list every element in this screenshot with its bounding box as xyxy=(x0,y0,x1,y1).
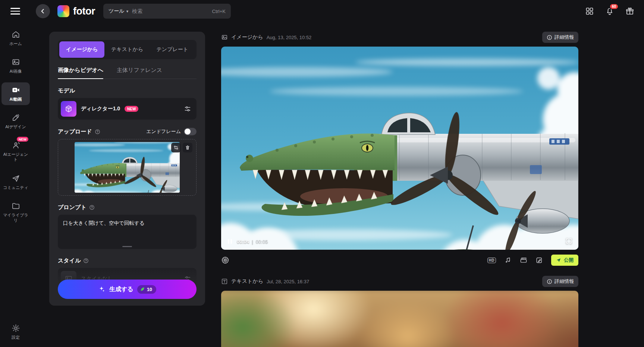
search-shortcut: Ctrl+K xyxy=(212,9,226,14)
model-new-badge: NEW xyxy=(125,106,138,112)
community-icon xyxy=(12,174,20,183)
ai-video-icon xyxy=(12,86,20,94)
sidebar-item-ai-video[interactable]: AI動画 xyxy=(1,82,30,105)
sparkle-icon xyxy=(98,286,106,293)
apps-grid-icon[interactable] xyxy=(585,7,594,16)
sidebar-item-settings[interactable]: 設定 xyxy=(1,321,30,343)
prompt-text: 口を大きく開けて、空中で回転する xyxy=(63,220,145,226)
sidebar-item-ai-agent[interactable]: NEW AIエージェント xyxy=(1,138,30,166)
duration: 00:05 xyxy=(256,239,268,245)
video-frame xyxy=(221,47,578,250)
sidebar-item-label: AIエージェント xyxy=(2,152,29,163)
results-feed: イメージから Aug, 13, 2025, 10:52 詳細情報 xyxy=(221,32,578,347)
fotor-logo-text: fotor xyxy=(73,6,95,17)
end-frame-control: エンドフレーム xyxy=(146,128,197,135)
text-source-icon xyxy=(221,278,228,285)
video-action-bar: HD xyxy=(221,254,578,266)
model-section-label: モデル xyxy=(58,87,75,94)
home-icon xyxy=(12,30,20,39)
prompt-textarea[interactable]: 口を大きく開けて、空中で回転する xyxy=(58,215,197,249)
uploaded-image-thumbnail xyxy=(75,142,180,193)
publish-button[interactable]: 公開 xyxy=(551,255,578,266)
end-frame-toggle[interactable] xyxy=(184,128,197,135)
crop-button[interactable] xyxy=(171,143,181,152)
resize-handle[interactable] xyxy=(122,246,132,247)
model-name: ディレクター1.0 xyxy=(81,105,120,112)
settings-gear-icon xyxy=(12,324,20,332)
credits-chip: 10 xyxy=(137,285,156,294)
sidebar-item-my-library[interactable]: マイライブラリ xyxy=(1,198,30,227)
ai-agent-icon xyxy=(12,141,20,149)
card-source-label: テキストから xyxy=(231,278,263,285)
card-timestamp: Jul, 28, 2025, 16:37 xyxy=(267,279,309,284)
sidebar-item-home[interactable]: ホーム xyxy=(1,27,30,50)
info-icon xyxy=(547,279,552,284)
tab-from-text[interactable]: テキストから xyxy=(104,41,150,58)
effects-icon[interactable] xyxy=(221,256,229,264)
upload-help-icon[interactable] xyxy=(95,129,100,135)
topbar: fotor ツール ▾ Ctrl+K 60 xyxy=(0,0,644,22)
source-tabs: イメージから テキストから テンプレート xyxy=(58,40,197,59)
sidebar-item-label: 設定 xyxy=(12,335,20,340)
credits-count: 10 xyxy=(147,287,152,292)
notifications-bell-icon[interactable]: 60 xyxy=(605,7,614,16)
mode-subtabs: 画像からビデオへ 主体リファレンス xyxy=(58,67,197,79)
model-settings-icon[interactable] xyxy=(184,105,191,113)
result-card: イメージから Aug, 13, 2025, 10:52 詳細情報 xyxy=(221,32,578,266)
gift-icon[interactable] xyxy=(625,7,634,16)
video-player[interactable]: 00:04 | 00:05 xyxy=(221,47,578,250)
sidebar-item-ai-image[interactable]: AI画像 xyxy=(1,54,30,77)
search-bar[interactable]: ツール ▾ Ctrl+K xyxy=(103,4,231,19)
prompt-help-icon[interactable] xyxy=(89,205,95,210)
video-thumbnail[interactable] xyxy=(221,291,578,347)
tab-template[interactable]: テンプレート xyxy=(150,41,195,58)
result-card: テキストから Jul, 28, 2025, 16:37 詳細情報 xyxy=(221,276,578,347)
details-label: 詳細情報 xyxy=(555,34,574,41)
tools-dropdown[interactable]: ツール ▾ xyxy=(109,8,128,15)
generate-label: 生成する xyxy=(109,286,133,293)
fotor-logo[interactable]: fotor xyxy=(57,5,95,17)
details-label: 詳細情報 xyxy=(555,278,574,285)
new-badge: NEW xyxy=(17,137,28,142)
sidebar-item-label: AI画像 xyxy=(10,69,22,74)
clapperboard-icon[interactable] xyxy=(520,256,527,264)
tab-from-image[interactable]: イメージから xyxy=(59,41,104,58)
subtab-image-to-video[interactable]: 画像からビデオへ xyxy=(58,67,103,79)
music-icon[interactable] xyxy=(504,256,512,264)
sidebar-item-community[interactable]: コミュニティ xyxy=(1,171,30,193)
end-frame-label: エンドフレーム xyxy=(146,128,181,135)
edit-video-icon[interactable] xyxy=(535,256,543,264)
library-folder-icon xyxy=(12,202,20,210)
upload-dropzone[interactable] xyxy=(58,139,197,196)
card-timestamp: Aug, 13, 2025, 10:52 xyxy=(267,35,312,40)
ai-image-icon xyxy=(12,58,20,66)
sidebar-item-label: コミュニティ xyxy=(3,185,28,190)
playback-time: 00:04 | 00:05 xyxy=(237,239,268,245)
sidebar-item-ai-design[interactable]: AIデザイン xyxy=(1,110,30,133)
details-button[interactable]: 詳細情報 xyxy=(542,32,578,43)
style-help-icon[interactable] xyxy=(83,258,89,264)
pause-button[interactable] xyxy=(227,239,233,245)
blurred-video-frame xyxy=(221,291,578,347)
fullscreen-button[interactable] xyxy=(565,237,572,245)
paper-plane-icon xyxy=(556,258,561,263)
sidebar-item-label: AI動画 xyxy=(10,97,22,102)
main-content: イメージから テキストから テンプレート 画像からビデオへ 主体リファレンス モ… xyxy=(31,22,644,347)
sidebar-item-label: AIデザイン xyxy=(5,124,26,129)
subtab-subject-reference[interactable]: 主体リファレンス xyxy=(117,67,162,79)
back-button[interactable] xyxy=(36,4,50,18)
topbar-actions: 60 xyxy=(585,7,634,16)
search-input[interactable] xyxy=(132,8,208,14)
menu-icon[interactable] xyxy=(10,8,20,15)
details-button[interactable]: 詳細情報 xyxy=(542,276,578,287)
time-separator: | xyxy=(252,239,253,245)
sidebar-item-label: ホーム xyxy=(9,41,22,46)
generate-button[interactable]: 生成する 10 xyxy=(58,280,197,299)
current-time: 00:04 xyxy=(237,239,249,245)
model-selector[interactable]: ディレクター1.0 NEW xyxy=(58,98,197,120)
delete-button[interactable] xyxy=(183,143,192,152)
publish-label: 公開 xyxy=(564,257,574,264)
hd-icon[interactable]: HD xyxy=(487,258,496,263)
generation-panel: イメージから テキストから テンプレート 画像からビデオへ 主体リファレンス モ… xyxy=(49,32,205,306)
image-source-icon xyxy=(221,34,228,41)
